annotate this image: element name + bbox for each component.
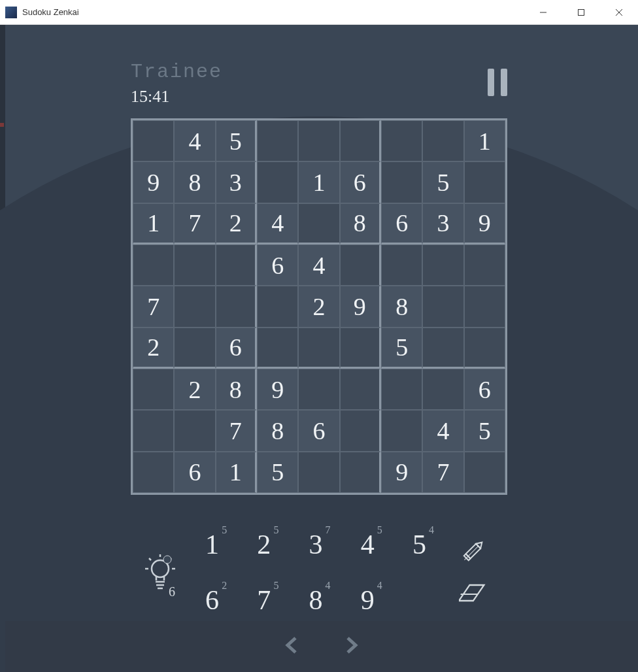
number-8-button[interactable]: 84 bbox=[293, 577, 338, 623]
cell-r8-c3[interactable]: 7 bbox=[216, 410, 257, 451]
cell-r4-c8[interactable] bbox=[422, 244, 463, 286]
cell-r8-c9[interactable]: 5 bbox=[464, 410, 505, 451]
cell-r2-c8[interactable]: 5 bbox=[422, 161, 463, 203]
cell-r4-c1[interactable] bbox=[133, 244, 174, 286]
cell-r3-c8[interactable]: 3 bbox=[422, 203, 463, 244]
maximize-button[interactable] bbox=[562, 0, 600, 24]
cell-r9-c1[interactable] bbox=[133, 452, 174, 493]
number-9-button[interactable]: 94 bbox=[345, 577, 390, 623]
cell-r7-c9[interactable]: 6 bbox=[464, 369, 505, 410]
number-1-button[interactable]: 15 bbox=[190, 522, 235, 567]
remaining-count: 5 bbox=[377, 524, 382, 536]
cell-r5-c2[interactable] bbox=[174, 286, 215, 327]
cell-r5-c4[interactable] bbox=[257, 286, 298, 327]
cell-r9-c9[interactable] bbox=[464, 452, 505, 493]
cell-r8-c1[interactable] bbox=[133, 410, 174, 451]
cell-r7-c2[interactable]: 2 bbox=[174, 369, 215, 410]
cell-r1-c8[interactable] bbox=[422, 120, 463, 161]
cell-r7-c8[interactable] bbox=[422, 369, 463, 410]
number-4-button[interactable]: 45 bbox=[345, 522, 390, 567]
cell-r5-c9[interactable] bbox=[464, 286, 505, 327]
cell-r9-c8[interactable]: 7 bbox=[422, 452, 463, 493]
cell-r7-c6[interactable] bbox=[340, 369, 381, 410]
cell-r4-c4[interactable]: 6 bbox=[257, 244, 298, 286]
cell-r8-c2[interactable] bbox=[174, 410, 215, 451]
cell-r6-c9[interactable] bbox=[464, 328, 505, 369]
eraser-button[interactable] bbox=[459, 581, 490, 610]
cell-r3-c2[interactable]: 7 bbox=[174, 203, 215, 244]
cell-r7-c1[interactable] bbox=[133, 369, 174, 410]
cell-r3-c6[interactable]: 8 bbox=[340, 203, 381, 244]
cell-r8-c8[interactable]: 4 bbox=[422, 410, 463, 451]
pause-button[interactable] bbox=[488, 69, 507, 96]
cell-r1-c4[interactable] bbox=[257, 120, 298, 161]
cell-r4-c9[interactable] bbox=[464, 244, 505, 286]
cell-r9-c7[interactable]: 9 bbox=[381, 452, 422, 493]
cell-r1-c1[interactable] bbox=[133, 120, 174, 161]
hint-button[interactable]: 6 bbox=[131, 554, 190, 591]
cell-r8-c7[interactable] bbox=[381, 410, 422, 451]
cell-r6-c2[interactable] bbox=[174, 328, 215, 369]
cell-r2-c3[interactable]: 3 bbox=[216, 161, 257, 203]
cell-r4-c3[interactable] bbox=[216, 244, 257, 286]
cell-r9-c4[interactable]: 5 bbox=[257, 452, 298, 493]
cell-r3-c7[interactable]: 6 bbox=[381, 203, 422, 244]
cell-r7-c7[interactable] bbox=[381, 369, 422, 410]
cell-r4-c7[interactable] bbox=[381, 244, 422, 286]
cell-r2-c4[interactable] bbox=[257, 161, 298, 203]
minimize-button[interactable] bbox=[524, 0, 562, 24]
close-button[interactable] bbox=[600, 0, 638, 24]
cell-r7-c3[interactable]: 8 bbox=[216, 369, 257, 410]
cell-r5-c3[interactable] bbox=[216, 286, 257, 327]
cell-r3-c9[interactable]: 9 bbox=[464, 203, 505, 244]
cell-r5-c1[interactable]: 7 bbox=[133, 286, 174, 327]
cell-r6-c5[interactable] bbox=[298, 328, 339, 369]
cell-r8-c6[interactable] bbox=[340, 410, 381, 451]
cell-r2-c5[interactable]: 1 bbox=[298, 161, 339, 203]
cell-r3-c3[interactable]: 2 bbox=[216, 203, 257, 244]
cell-r9-c6[interactable] bbox=[340, 452, 381, 493]
next-button[interactable] bbox=[341, 635, 361, 658]
cell-r4-c5[interactable]: 4 bbox=[298, 244, 339, 286]
cell-r7-c5[interactable] bbox=[298, 369, 339, 410]
cell-r9-c2[interactable]: 6 bbox=[174, 452, 215, 493]
cell-r3-c1[interactable]: 1 bbox=[133, 203, 174, 244]
cell-r4-c2[interactable] bbox=[174, 244, 215, 286]
cell-r2-c1[interactable]: 9 bbox=[133, 161, 174, 203]
cell-r8-c5[interactable]: 6 bbox=[298, 410, 339, 451]
cell-r1-c5[interactable] bbox=[298, 120, 339, 161]
cell-r5-c6[interactable]: 9 bbox=[340, 286, 381, 327]
cell-r2-c7[interactable] bbox=[381, 161, 422, 203]
number-5-button[interactable]: 54 bbox=[397, 522, 442, 567]
prev-button[interactable] bbox=[282, 635, 302, 658]
cell-r5-c7[interactable]: 8 bbox=[381, 286, 422, 327]
number-3-button[interactable]: 37 bbox=[293, 522, 338, 567]
cell-r7-c4[interactable]: 9 bbox=[257, 369, 298, 410]
cell-r6-c1[interactable]: 2 bbox=[133, 328, 174, 369]
cell-r6-c7[interactable]: 5 bbox=[381, 328, 422, 369]
cell-r2-c6[interactable]: 6 bbox=[340, 161, 381, 203]
cell-r6-c8[interactable] bbox=[422, 328, 463, 369]
cell-r3-c5[interactable] bbox=[298, 203, 339, 244]
cell-r1-c6[interactable] bbox=[340, 120, 381, 161]
number-7-button[interactable]: 75 bbox=[241, 577, 286, 623]
cell-r1-c3[interactable]: 5 bbox=[216, 120, 257, 161]
cell-r1-c2[interactable]: 4 bbox=[174, 120, 215, 161]
cell-r9-c3[interactable]: 1 bbox=[216, 452, 257, 493]
cell-r4-c6[interactable] bbox=[340, 244, 381, 286]
cell-r9-c5[interactable] bbox=[298, 452, 339, 493]
cell-r6-c4[interactable] bbox=[257, 328, 298, 369]
cell-r5-c5[interactable]: 2 bbox=[298, 286, 339, 327]
cell-r3-c4[interactable]: 4 bbox=[257, 203, 298, 244]
cell-r5-c8[interactable] bbox=[422, 286, 463, 327]
cell-r1-c7[interactable] bbox=[381, 120, 422, 161]
pencil-button[interactable] bbox=[460, 535, 489, 567]
cell-r6-c6[interactable] bbox=[340, 328, 381, 369]
cell-r1-c9[interactable]: 1 bbox=[464, 120, 505, 161]
cell-r2-c9[interactable] bbox=[464, 161, 505, 203]
number-6-button[interactable]: 62 bbox=[190, 577, 235, 623]
cell-r8-c4[interactable]: 8 bbox=[257, 410, 298, 451]
cell-r2-c2[interactable]: 8 bbox=[174, 161, 215, 203]
number-2-button[interactable]: 25 bbox=[241, 522, 286, 567]
cell-r6-c3[interactable]: 6 bbox=[216, 328, 257, 369]
